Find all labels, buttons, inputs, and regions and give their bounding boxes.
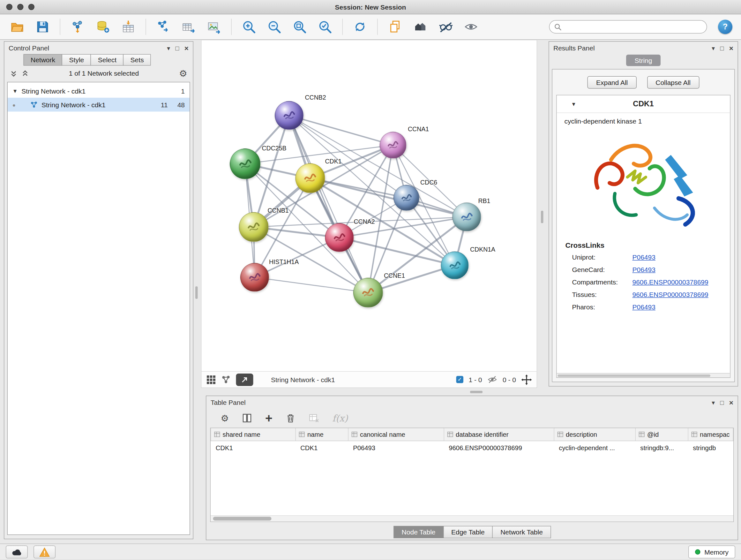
column-header-database-identifier[interactable]: database identifier	[444, 428, 554, 441]
network-row[interactable]: ● String Network - cdk1 11 48	[8, 98, 190, 112]
open-session-button[interactable]	[7, 17, 28, 37]
panel-menu-icon[interactable]: ▾	[712, 399, 715, 406]
splitter-handle[interactable]	[470, 391, 482, 393]
show-graphics-button[interactable]	[461, 17, 482, 37]
export-image-button[interactable]	[204, 17, 225, 37]
grid-view-icon[interactable]	[206, 375, 216, 384]
network-node-cdkn1a[interactable]	[441, 252, 469, 279]
search-input[interactable]	[565, 23, 702, 31]
network-edge[interactable]	[255, 277, 368, 293]
cell-namespace[interactable]: stringdb	[688, 441, 733, 455]
panel-float-icon[interactable]: □	[720, 45, 724, 51]
tab-node-table[interactable]: Node Table	[394, 526, 444, 538]
table-options-gear-icon[interactable]: ⚙	[221, 414, 229, 423]
tab-sets[interactable]: Sets	[123, 54, 151, 66]
memory-button[interactable]: Memory	[689, 546, 735, 559]
import-network-file-button[interactable]	[67, 17, 88, 37]
column-header-shared-name[interactable]: shared name	[211, 428, 296, 441]
panel-menu-icon[interactable]: ▾	[167, 45, 170, 51]
network-node-ccna2[interactable]	[325, 223, 354, 252]
network-edge[interactable]	[289, 116, 393, 145]
network-node-rb1[interactable]	[453, 203, 481, 232]
table-horizontal-scrollbar[interactable]	[211, 515, 733, 522]
network-node-ccna1[interactable]	[380, 132, 407, 159]
cell-shared-name[interactable]: CDK1	[211, 441, 296, 455]
new-network-button[interactable]	[153, 17, 174, 37]
tab-network[interactable]: Network	[23, 54, 63, 66]
splitter-handle[interactable]	[541, 211, 543, 223]
string-results-tab[interactable]: String	[626, 55, 661, 66]
tab-select[interactable]: Select	[91, 54, 124, 66]
network-node-cdc6[interactable]	[394, 185, 419, 211]
column-header-id[interactable]: @id	[635, 428, 688, 441]
collapse-all-button[interactable]: Collapse All	[647, 76, 699, 89]
network-node-cdk1[interactable]	[295, 164, 325, 193]
gene-section-header[interactable]: ▼ CDK1	[557, 96, 730, 113]
disclosure-triangle-icon[interactable]: ▼	[571, 101, 576, 107]
import-network-database-button[interactable]	[92, 17, 114, 37]
network-edge[interactable]	[289, 116, 368, 293]
network-collection-row[interactable]: ▼ String Network - cdk1 1	[8, 84, 190, 98]
zoom-out-button[interactable]	[264, 17, 285, 37]
hidden-eye-slash-icon[interactable]	[487, 374, 497, 385]
panel-float-icon[interactable]: □	[176, 45, 179, 51]
import-table-button[interactable]	[118, 17, 139, 37]
cell-canonical-name[interactable]: P06493	[348, 441, 444, 455]
tab-network-table[interactable]: Network Table	[492, 526, 551, 538]
network-node-ccnb2[interactable]	[275, 101, 304, 130]
save-session-button[interactable]	[32, 17, 53, 37]
show-columns-icon[interactable]	[242, 413, 253, 423]
network-overview-icon[interactable]	[221, 375, 231, 384]
cell-description[interactable]: cyclin-dependent ...	[554, 441, 635, 455]
panel-close-icon[interactable]: ×	[729, 399, 733, 406]
panel-close-icon[interactable]: ×	[729, 44, 733, 52]
expand-all-icon[interactable]	[22, 70, 29, 77]
zoom-selected-button[interactable]	[315, 17, 336, 37]
disclosure-triangle-icon[interactable]: ▼	[12, 88, 17, 94]
string-home-button[interactable]	[410, 17, 431, 37]
apply-layout-button[interactable]	[349, 17, 370, 37]
expand-all-button[interactable]: Expand All	[588, 76, 636, 89]
column-header-namespace[interactable]: namespac	[688, 428, 733, 441]
crosslink-value-compartments[interactable]: 9606.ENSP00000378699	[632, 278, 730, 286]
cloud-status-button[interactable]	[6, 546, 28, 559]
column-header-description[interactable]: description	[554, 428, 635, 441]
zoom-in-button[interactable]	[239, 17, 259, 37]
pan-crosshair-icon[interactable]	[522, 374, 532, 385]
crosslink-value-uniprot[interactable]: P06493	[632, 253, 730, 261]
column-header-canonical-name[interactable]: canonical name	[348, 428, 444, 441]
tab-style[interactable]: Style	[62, 54, 91, 66]
crosslink-value-pharos[interactable]: P06493	[632, 303, 730, 311]
tab-edge-table[interactable]: Edge Table	[443, 526, 493, 538]
cell-id[interactable]: stringdb:9...	[635, 441, 688, 455]
selected-checkbox-icon[interactable]: ✓	[456, 376, 463, 383]
crosslink-value-genecard[interactable]: P06493	[632, 266, 730, 273]
collapse-all-icon[interactable]	[10, 70, 17, 77]
network-node-cdc25b[interactable]	[230, 148, 260, 179]
table-row[interactable]: CDK1 CDK1 P06493 9606.ENSP00000378699 cy…	[211, 441, 733, 455]
panel-menu-icon[interactable]: ▾	[712, 45, 715, 51]
splitter-handle[interactable]	[195, 287, 198, 299]
export-table-button[interactable]	[178, 17, 199, 37]
copy-button[interactable]	[385, 17, 406, 37]
add-column-icon[interactable]: +	[265, 414, 273, 423]
delete-column-trash-icon[interactable]	[285, 413, 296, 423]
zoom-fit-button[interactable]	[289, 17, 310, 37]
network-node-hist1h1a[interactable]	[240, 263, 269, 292]
column-header-name[interactable]: name	[295, 428, 348, 441]
open-in-browser-button[interactable]	[236, 373, 253, 386]
crosslink-value-tissues[interactable]: 9606.ENSP00000378699	[632, 291, 730, 299]
string-glasses-button[interactable]	[435, 17, 456, 37]
network-canvas[interactable]: CCNB2CCNA1CDC25BCDK1CDC6RB1CCNB1CCNA2CDK…	[202, 40, 537, 371]
results-horizontal-scrollbar[interactable]	[557, 373, 730, 378]
panel-close-icon[interactable]: ×	[185, 44, 189, 52]
cell-name[interactable]: CDK1	[295, 441, 348, 455]
panel-float-icon[interactable]: □	[720, 399, 724, 406]
warnings-button[interactable]	[33, 546, 56, 559]
cell-database-identifier[interactable]: 9606.ENSP00000378699	[444, 441, 554, 455]
network-edge[interactable]	[310, 178, 467, 217]
network-options-gear-icon[interactable]: ⚙	[179, 69, 187, 78]
network-node-ccne1[interactable]	[353, 278, 383, 307]
network-node-ccnb1[interactable]	[239, 212, 269, 242]
help-button[interactable]: ?	[718, 20, 732, 34]
